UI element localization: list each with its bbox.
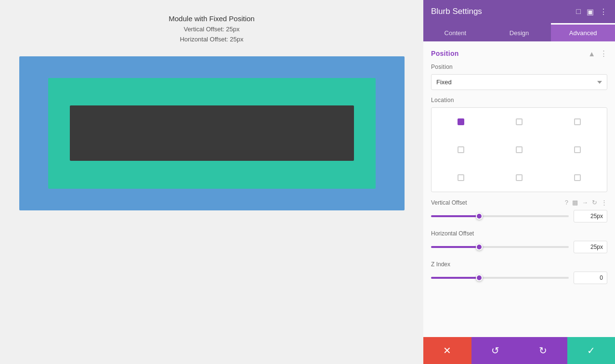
location-dot-mid-center xyxy=(516,146,523,153)
z-index-slider-thumb[interactable] xyxy=(476,274,483,281)
panel-body: Position ▲ ⋮ Position Fixed Default Stat… xyxy=(423,41,615,364)
vertical-offset-label: Vertical Offset: 25px xyxy=(169,25,254,35)
position-section-header: Position ▲ ⋮ xyxy=(423,41,615,64)
z-index-label-row: Z Index xyxy=(431,261,607,268)
location-cell-bot-center[interactable] xyxy=(490,164,548,192)
canvas-area: Module with Fixed Position Vertical Offs… xyxy=(0,0,423,364)
z-index-row: Z Index 0 xyxy=(423,261,615,292)
section-header-controls: ▲ ⋮ xyxy=(588,49,607,58)
location-grid xyxy=(431,107,607,192)
tab-content[interactable]: Content xyxy=(423,23,487,41)
z-index-input[interactable]: 0 xyxy=(574,272,607,284)
location-dot-bot-center xyxy=(516,174,523,181)
horizontal-offset-row: Horizontal Offset 25px xyxy=(423,230,615,261)
location-dot-bot-left xyxy=(458,174,464,181)
location-cell-top-right[interactable] xyxy=(549,108,607,136)
confirm-icon: ✓ xyxy=(587,345,595,356)
vertical-offset-slider-fill xyxy=(431,215,479,217)
canvas-dark-block xyxy=(70,105,354,161)
section-more-icon[interactable]: ⋮ xyxy=(600,49,607,58)
location-dot-top-center xyxy=(516,118,523,125)
panel-header-icons: □ ▣ ⋮ xyxy=(576,7,607,23)
location-cell-top-center[interactable] xyxy=(490,108,548,136)
horizontal-offset-label: Horizontal Offset xyxy=(431,230,474,237)
settings-panel: Blurb Settings □ ▣ ⋮ Content Design Adva… xyxy=(423,0,615,364)
position-section-title: Position xyxy=(431,50,459,57)
panel-tabs: Content Design Advanced xyxy=(423,23,615,41)
location-dot-top-left xyxy=(458,118,464,125)
vertical-offset-slider-container: 25px xyxy=(431,210,607,222)
vertical-offset-icons: ? ▩ → ↻ ⋮ xyxy=(565,199,607,206)
location-dot-top-right xyxy=(574,118,581,125)
panel-header: Blurb Settings □ ▣ ⋮ xyxy=(423,0,615,23)
horizontal-offset-slider-track[interactable] xyxy=(431,246,569,248)
redo-button[interactable]: ↻ xyxy=(519,337,567,364)
vertical-offset-label: Vertical Offset xyxy=(431,199,467,206)
location-cell-mid-left[interactable] xyxy=(432,136,490,164)
horizontal-offset-slider-thumb[interactable] xyxy=(476,244,483,250)
responsive-icon[interactable]: □ xyxy=(576,7,581,16)
more-icon[interactable]: ⋮ xyxy=(600,7,607,16)
vertical-offset-cursor-icon[interactable]: → xyxy=(582,199,588,206)
collapse-icon[interactable]: ▲ xyxy=(588,50,595,58)
vertical-offset-device-icon[interactable]: ▩ xyxy=(572,199,578,206)
vertical-offset-slider-track[interactable] xyxy=(431,215,569,217)
horizontal-offset-slider-fill xyxy=(431,246,479,248)
panel-title: Blurb Settings xyxy=(431,7,482,23)
position-field-label: Position xyxy=(431,64,607,70)
tab-advanced[interactable]: Advanced xyxy=(551,23,615,41)
z-index-slider-track[interactable] xyxy=(431,277,569,279)
location-cell-top-left[interactable] xyxy=(432,108,490,136)
undo-icon: ↺ xyxy=(491,345,499,356)
z-index-slider-fill xyxy=(431,277,479,279)
cancel-button[interactable]: ✕ xyxy=(423,337,471,364)
module-label: Module with Fixed Position Vertical Offs… xyxy=(169,14,254,45)
horizontal-offset-label: Horizontal Offset: 25px xyxy=(169,35,254,45)
vertical-offset-input[interactable]: 25px xyxy=(574,210,607,222)
vertical-offset-label-row: Vertical Offset ? ▩ → ↻ ⋮ xyxy=(431,199,607,206)
module-title: Module with Fixed Position xyxy=(169,14,254,23)
z-index-label: Z Index xyxy=(431,261,450,268)
layout-icon[interactable]: ▣ xyxy=(587,7,594,16)
location-dot-bot-right xyxy=(574,174,581,181)
vertical-offset-reset-icon[interactable]: ↻ xyxy=(592,199,597,206)
location-field-group: Location xyxy=(423,97,615,199)
vertical-offset-slider-thumb[interactable] xyxy=(476,213,483,220)
tab-design[interactable]: Design xyxy=(487,23,551,41)
vertical-offset-more-icon[interactable]: ⋮ xyxy=(601,199,607,206)
location-dot-mid-left xyxy=(458,146,464,153)
horizontal-offset-slider-container: 25px xyxy=(431,241,607,253)
position-field-group: Position Fixed Default Static Relative A… xyxy=(423,64,615,97)
canvas-outer-box xyxy=(19,56,405,210)
z-index-slider-container: 0 xyxy=(431,272,607,284)
horizontal-offset-input[interactable]: 25px xyxy=(574,241,607,253)
undo-button[interactable]: ↺ xyxy=(471,337,520,364)
horizontal-offset-label-row: Horizontal Offset xyxy=(431,230,607,237)
vertical-offset-row: Vertical Offset ? ▩ → ↻ ⋮ 25px xyxy=(423,199,615,230)
vertical-offset-help-icon[interactable]: ? xyxy=(565,199,568,206)
location-dot-mid-right xyxy=(574,146,581,153)
canvas-inner-box xyxy=(48,78,376,189)
location-field-label: Location xyxy=(431,97,607,104)
location-cell-mid-right[interactable] xyxy=(549,136,607,164)
location-cell-bot-left[interactable] xyxy=(432,164,490,192)
location-cell-bot-right[interactable] xyxy=(549,164,607,192)
confirm-button[interactable]: ✓ xyxy=(567,337,615,364)
location-cell-mid-center[interactable] xyxy=(490,136,548,164)
redo-icon: ↻ xyxy=(539,345,547,356)
position-select[interactable]: Fixed Default Static Relative Absolute xyxy=(431,74,607,90)
cancel-icon: ✕ xyxy=(443,345,451,356)
panel-footer: ✕ ↺ ↻ ✓ xyxy=(423,337,615,364)
